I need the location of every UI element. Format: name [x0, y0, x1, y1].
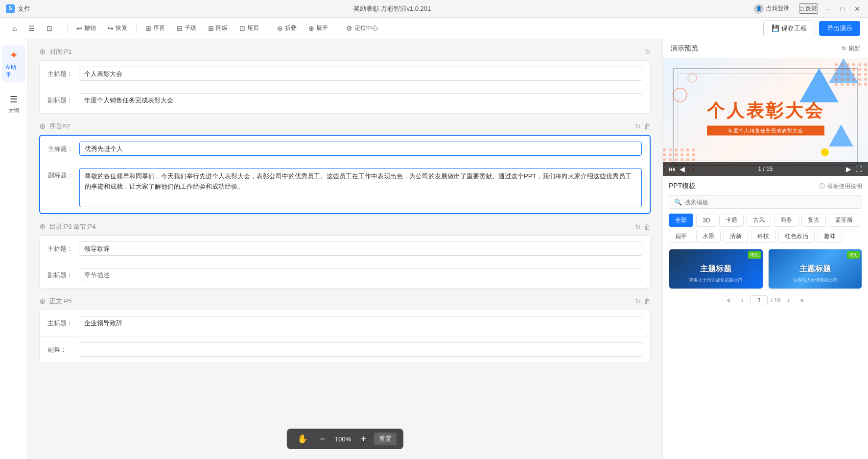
preface-add-button[interactable]: ⊕	[39, 121, 46, 131]
page-number-input[interactable]	[750, 295, 768, 305]
export-button[interactable]: 导出演示	[819, 21, 860, 36]
locate-button[interactable]: ⚙ 定位中心	[341, 22, 383, 34]
filter-tag-趣味[interactable]: 趣味	[818, 230, 842, 243]
expand-label: 展开	[316, 24, 328, 32]
drag-mode-button[interactable]: ✋	[293, 432, 312, 446]
filter-tag-复古[interactable]: 复古	[801, 214, 826, 227]
preface-delete-button[interactable]: 🗑	[644, 122, 651, 130]
filter-tag-3D[interactable]: 3D	[696, 214, 716, 227]
search-icon: 🔍	[674, 198, 682, 206]
body-title-row: 主标题：	[40, 310, 650, 337]
preface-label: 序言	[153, 24, 165, 32]
info-icon: ⓘ	[819, 182, 825, 191]
end-button[interactable]: ⊡ 尾页	[235, 22, 264, 34]
zoom-out-button[interactable]: −	[316, 432, 329, 446]
toc-subtitle-input[interactable]	[79, 268, 642, 282]
filter-tag-红色政治[interactable]: 红色政治	[778, 230, 815, 243]
template-card-1[interactable]: 主题标题 商务人士培训成长拓展公司 限免	[669, 249, 763, 289]
page-first-button[interactable]: «	[723, 294, 734, 306]
template-search-input[interactable]	[685, 199, 857, 206]
feedback-button[interactable]: □ 反馈	[799, 3, 818, 14]
body-refresh-button[interactable]: ↻	[635, 297, 641, 305]
title-bar: S 文件 奖励表彰-万彩智演v1.0.201 👤 点我登录 □ 反馈 ─ □ ✕	[0, 0, 868, 18]
close-button[interactable]: ✕	[852, 4, 862, 14]
refresh-label: 刷新	[848, 45, 860, 53]
cover-title-input[interactable]	[79, 67, 642, 81]
undo-button[interactable]: ↩ 撤销	[71, 22, 101, 34]
template-grid: 主题标题 商务人士培训成长拓展公司 限免 主题标题 法客猎人生活随笔公司 限免	[669, 249, 862, 289]
preface-refresh-button[interactable]: ↻	[635, 122, 641, 130]
page-next-button[interactable]: ›	[784, 294, 794, 306]
filter-tag-卡通[interactable]: 卡通	[719, 214, 744, 227]
reset-zoom-button[interactable]: 重置	[374, 433, 397, 445]
preface-section-title: 序言P2	[49, 122, 631, 131]
outline-button[interactable]: ☰	[23, 23, 40, 34]
template-sub-label-2: 法客猎人生活随笔公司	[793, 277, 837, 284]
minimize-button[interactable]: ─	[824, 4, 833, 14]
toc-title-input[interactable]	[79, 242, 642, 256]
window-title: 奖励表彰-万彩智演v1.0.201	[30, 4, 754, 13]
filter-tag-古风[interactable]: 古风	[747, 214, 771, 227]
preview-play-prev[interactable]: ◀	[680, 165, 685, 173]
template-section: PPT模板 ⓘ 模板使用说明 🔍 全部3D卡通古风商务复古孟菲斯扁平水墨清新科技…	[663, 176, 868, 459]
cover-title-label: 主标题：	[47, 67, 79, 78]
toc-delete-button[interactable]: 🗑	[644, 223, 651, 231]
user-label: 点我登录	[766, 4, 789, 13]
cover-add-button[interactable]: ⊕	[39, 47, 46, 56]
preface-subtitle-input[interactable]: 尊敬的各位领导和同事们，今天我们举行先进个人表彰大会，表彰公司中的优秀员工。这些…	[79, 168, 642, 207]
export-label: 导出演示	[827, 24, 852, 32]
body-title-input[interactable]	[79, 316, 642, 330]
expand-button[interactable]: ⊕ 展开	[304, 22, 333, 34]
preview-refresh-button[interactable]: ↻ 刷新	[842, 45, 860, 53]
preview-button[interactable]: ⊡	[42, 23, 57, 34]
preface-title-input[interactable]	[79, 142, 642, 156]
template-help-label: 模板使用说明	[827, 182, 862, 191]
body-add-button[interactable]: ⊕	[39, 296, 46, 306]
fullscreen-button[interactable]: ⛶	[855, 165, 862, 173]
save-icon: 💾	[772, 24, 779, 32]
page-last-button[interactable]: »	[797, 294, 808, 306]
child-icon: ⊟	[177, 24, 183, 32]
page-prev-button[interactable]: ‹	[737, 294, 747, 306]
logo-icon: S	[6, 4, 15, 13]
filter-tag-商务[interactable]: 商务	[774, 214, 798, 227]
template-help-button[interactable]: ⓘ 模板使用说明	[819, 182, 862, 191]
maximize-button[interactable]: □	[839, 4, 846, 14]
child-button[interactable]: ⊟ 子级	[172, 22, 201, 34]
save-label: 保存工程	[781, 24, 807, 33]
filter-tag-水墨[interactable]: 水墨	[696, 230, 721, 243]
same-button[interactable]: ⊞ 同级	[203, 22, 233, 34]
save-button[interactable]: 💾 保存工程	[763, 21, 815, 36]
title-bar-actions: 👤 点我登录 □ 反馈 ─ □ ✕	[754, 3, 862, 14]
zoom-in-button[interactable]: +	[357, 432, 370, 446]
preview-container: 个人表彰大会 年度个人销售任务完成表彰大会 ⏮ ◀ 1 / 15 ▶ ⛶	[663, 58, 868, 176]
toc-add-button[interactable]: ⊕	[39, 222, 46, 231]
preview-play-next[interactable]: ▶	[846, 165, 851, 173]
toc-action-btns: ↻ 🗑	[635, 223, 651, 231]
filter-tag-科技[interactable]: 科技	[751, 230, 775, 243]
body-subtitle-input[interactable]	[79, 342, 642, 357]
redo-label: 恢复	[116, 24, 127, 32]
preview-prev-button[interactable]: ⏮	[669, 165, 676, 173]
cover-subtitle-input[interactable]	[79, 93, 642, 107]
template-badge-2: 限免	[847, 251, 860, 259]
sidebar-item-ai[interactable]: ✦ AI助手	[2, 45, 25, 82]
user-login-button[interactable]: 👤 点我登录	[754, 4, 789, 14]
filter-tag-孟菲斯[interactable]: 孟菲斯	[829, 214, 859, 227]
body-section-header: ⊕ 正文:P5 ↻ 🗑	[39, 296, 651, 306]
body-delete-button[interactable]: 🗑	[644, 297, 651, 305]
sidebar-item-outline[interactable]: ☰ 大纲	[2, 90, 25, 118]
filter-tag-全部[interactable]: 全部	[669, 214, 693, 227]
filter-tag-扁平[interactable]: 扁平	[669, 230, 693, 243]
cover-refresh-button[interactable]: ↻	[645, 48, 651, 56]
home-button[interactable]: ⌂	[8, 23, 22, 34]
cover-slide-card: 主标题： 副标题：	[39, 60, 651, 114]
preface-button[interactable]: ⊞ 序言	[141, 22, 170, 34]
same-icon: ⊞	[208, 24, 214, 32]
redo-button[interactable]: ↪ 恢复	[103, 22, 132, 34]
template-card-2[interactable]: 主题标题 法客猎人生活随笔公司 限免	[768, 249, 863, 289]
right-panel: 演示预览 ↻ 刷新	[662, 39, 868, 459]
toc-refresh-button[interactable]: ↻	[635, 223, 641, 231]
collapse-button[interactable]: ⊖ 折叠	[272, 22, 302, 34]
filter-tag-清新[interactable]: 清新	[724, 230, 748, 243]
